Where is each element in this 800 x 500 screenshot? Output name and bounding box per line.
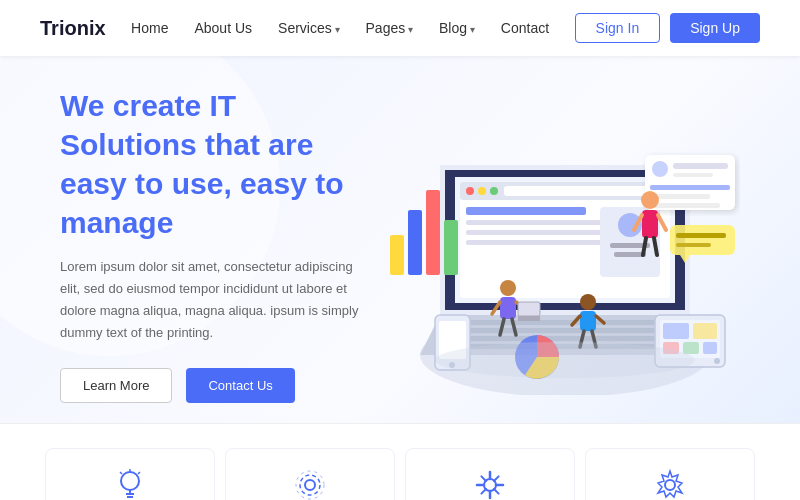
svg-rect-45 xyxy=(500,297,516,319)
svg-line-88 xyxy=(494,477,499,482)
svg-rect-48 xyxy=(518,302,540,316)
svg-rect-65 xyxy=(693,323,717,339)
nav-home[interactable]: Home xyxy=(131,20,168,36)
svg-rect-32 xyxy=(650,194,710,199)
gear-complex-icon xyxy=(292,467,328,500)
nav-blog[interactable]: Blog xyxy=(439,20,475,36)
svg-rect-26 xyxy=(444,220,458,275)
brand-logo: Trionix xyxy=(40,17,106,40)
svg-rect-14 xyxy=(504,186,654,196)
learn-more-button[interactable]: Learn More xyxy=(60,368,172,403)
feature-card-3 xyxy=(405,448,575,500)
svg-rect-29 xyxy=(673,163,728,169)
svg-marker-3 xyxy=(444,328,686,333)
svg-point-70 xyxy=(435,342,695,378)
features-section xyxy=(0,423,800,500)
svg-line-87 xyxy=(494,489,499,494)
feature-card-1 xyxy=(45,448,215,500)
contact-us-button[interactable]: Contact Us xyxy=(186,368,294,403)
svg-rect-35 xyxy=(676,233,726,238)
feature-card-2 xyxy=(225,448,395,500)
svg-point-12 xyxy=(478,187,486,195)
signin-button[interactable]: Sign In xyxy=(575,13,661,43)
svg-rect-64 xyxy=(663,323,689,339)
hero-headline: We create IT Solutions that areeasy to u… xyxy=(60,86,360,242)
svg-point-44 xyxy=(500,280,516,296)
nav-links: Home About Us Services Pages Blog Contac… xyxy=(131,20,549,36)
headline-text1: We create xyxy=(60,89,210,122)
svg-line-86 xyxy=(481,477,486,482)
nav-contact[interactable]: Contact xyxy=(501,20,549,36)
svg-point-71 xyxy=(121,472,139,490)
nav-about[interactable]: About Us xyxy=(194,20,252,36)
svg-point-79 xyxy=(300,475,320,495)
svg-rect-31 xyxy=(650,185,730,190)
svg-rect-30 xyxy=(673,173,713,177)
svg-point-78 xyxy=(305,480,315,490)
hero-content: We create IT Solutions that areeasy to u… xyxy=(60,86,360,403)
svg-rect-15 xyxy=(466,207,586,215)
navbar: Trionix Home About Us Services Pages Blo… xyxy=(0,0,800,56)
svg-rect-25 xyxy=(426,190,440,275)
nav-pages[interactable]: Pages xyxy=(366,20,413,36)
svg-point-28 xyxy=(652,161,668,177)
hero-section: We create IT Solutions that areeasy to u… xyxy=(0,56,800,423)
svg-line-76 xyxy=(120,472,122,474)
illustration-svg xyxy=(360,95,740,395)
svg-marker-4 xyxy=(446,336,684,341)
svg-marker-2 xyxy=(442,320,688,325)
svg-point-38 xyxy=(641,191,659,209)
svg-rect-49 xyxy=(518,316,540,321)
svg-rect-34 xyxy=(670,225,735,255)
svg-rect-24 xyxy=(408,210,422,275)
svg-line-89 xyxy=(481,489,486,494)
nav-services[interactable]: Services xyxy=(278,20,339,36)
svg-rect-53 xyxy=(580,311,596,331)
wrench-gear-icon xyxy=(472,467,508,500)
idea-icon xyxy=(112,467,148,500)
svg-point-13 xyxy=(490,187,498,195)
hero-description: Lorem ipsum dolor sit amet, consectetur … xyxy=(60,256,360,344)
signup-button[interactable]: Sign Up xyxy=(670,13,760,43)
svg-rect-39 xyxy=(642,210,658,238)
svg-rect-36 xyxy=(676,243,711,247)
svg-point-52 xyxy=(580,294,596,310)
hero-buttons: Learn More Contact Us xyxy=(60,368,360,403)
svg-point-11 xyxy=(466,187,474,195)
svg-line-77 xyxy=(138,472,140,474)
svg-rect-68 xyxy=(703,342,717,354)
svg-rect-67 xyxy=(683,342,699,354)
nav-actions: Sign In Sign Up xyxy=(575,13,760,43)
svg-rect-33 xyxy=(650,203,720,208)
settings-icon xyxy=(652,467,688,500)
hero-illustration xyxy=(360,95,740,395)
svg-point-69 xyxy=(714,358,720,364)
svg-rect-18 xyxy=(466,240,606,245)
feature-card-4 xyxy=(585,448,755,500)
svg-point-90 xyxy=(665,480,675,490)
svg-rect-23 xyxy=(390,235,404,275)
